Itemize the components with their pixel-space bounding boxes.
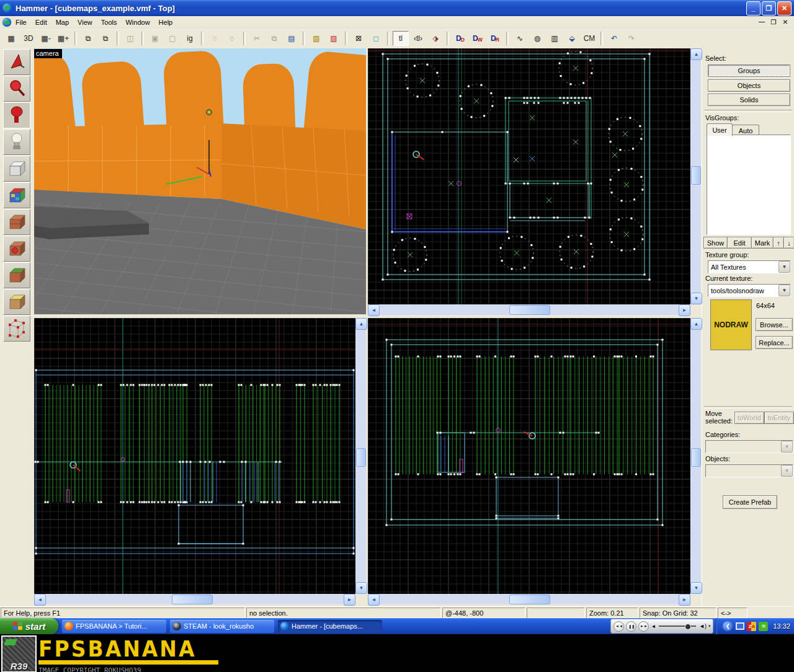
grid-larger-icon[interactable]: ▦+ bbox=[55, 31, 71, 46]
network-monitor-icon[interactable]: ) bbox=[735, 622, 744, 631]
visgroups-list[interactable] bbox=[707, 135, 791, 235]
current-texture-combo[interactable]: tools/toolsnodraw ▼ bbox=[708, 284, 791, 297]
taskbar-task-steam[interactable]: STEAM - look_rokusho bbox=[170, 620, 274, 633]
browse-button[interactable]: Browse... bbox=[756, 318, 793, 331]
hide-icons-chevron[interactable]: ❮ bbox=[723, 621, 733, 631]
toolbar-collapse-button[interactable]: ▾ bbox=[708, 624, 711, 629]
start-button[interactable]: start bbox=[0, 618, 58, 634]
select-enclosed-icon[interactable]: ◌ bbox=[224, 31, 240, 46]
scrollbar-thumb[interactable] bbox=[509, 595, 550, 604]
vertical-scrollbar[interactable]: ▲▼ bbox=[355, 318, 366, 594]
zonealarm-icon[interactable]: ZA bbox=[747, 622, 756, 631]
vertical-scrollbar[interactable]: ▲▼ bbox=[690, 48, 701, 304]
viewport-2d-side[interactable] bbox=[368, 318, 690, 594]
vertex-tool[interactable] bbox=[3, 316, 30, 342]
cordon-edit-icon[interactable]: ▨ bbox=[308, 31, 324, 46]
horizontal-scrollbar[interactable]: ◄► bbox=[368, 304, 690, 315]
cordon-toggle-icon[interactable]: ▨ bbox=[326, 31, 342, 46]
select-touching-icon[interactable]: ◌ bbox=[207, 31, 223, 46]
group-icon[interactable]: ▣ bbox=[147, 31, 163, 46]
mdi-minimize-button[interactable]: — bbox=[757, 18, 767, 27]
apply-current-texture-tool[interactable] bbox=[3, 209, 30, 235]
chevron-down-icon[interactable]: ▼ bbox=[778, 285, 790, 296]
entity-tool[interactable] bbox=[3, 129, 30, 155]
scrollbar-thumb[interactable] bbox=[172, 595, 213, 604]
create-prefab-button[interactable]: Create Prefab bbox=[723, 495, 777, 509]
flip-objects-icon[interactable]: ⬗ bbox=[427, 31, 444, 46]
visgroup-show-button[interactable]: Show bbox=[703, 237, 728, 249]
cordon-cm-button[interactable]: CM bbox=[581, 31, 597, 46]
selection-tool[interactable] bbox=[3, 49, 30, 75]
sound-browser-icon[interactable]: ∿ bbox=[512, 31, 528, 46]
visgroup-edit-button[interactable]: Edit bbox=[727, 237, 752, 249]
texture-application-tool[interactable] bbox=[3, 182, 30, 208]
scrollbar-thumb[interactable] bbox=[509, 305, 550, 315]
scroll-up-button[interactable]: ▲ bbox=[690, 48, 702, 60]
menu-tools[interactable]: Tools bbox=[97, 17, 122, 27]
next-track-button[interactable]: ►► bbox=[638, 621, 649, 632]
menu-help[interactable]: Help bbox=[154, 17, 177, 27]
ungroup-icon[interactable]: ▢ bbox=[164, 31, 181, 46]
visgroup-mark-button[interactable]: Mark bbox=[751, 237, 774, 249]
texture-browser-icon[interactable]: ▥ bbox=[546, 31, 563, 46]
scrollbar-thumb[interactable] bbox=[356, 448, 366, 467]
horizontal-scrollbar[interactable]: ◄► bbox=[368, 594, 690, 604]
viewport-2d-top[interactable] bbox=[368, 48, 690, 304]
copy-icon[interactable]: ⧉ bbox=[266, 31, 282, 46]
to-world-button[interactable]: toWorld bbox=[734, 412, 764, 424]
chevron-down-icon[interactable]: ▼ bbox=[778, 261, 790, 273]
model-fade-preview-icon[interactable]: ⬙ bbox=[564, 31, 580, 46]
scroll-down-button[interactable]: ▼ bbox=[690, 293, 702, 304]
overlay-tool[interactable] bbox=[3, 262, 30, 288]
vertical-scrollbar[interactable]: ▲▼ bbox=[690, 318, 701, 594]
cut-icon[interactable]: ✂ bbox=[249, 31, 265, 46]
apply-decals-tool[interactable] bbox=[3, 236, 30, 262]
horizontal-scrollbar[interactable]: ◄► bbox=[34, 594, 355, 604]
scroll-down-button[interactable]: ▼ bbox=[690, 582, 702, 594]
snap-grid-toggle-icon[interactable]: ▦ bbox=[3, 31, 19, 46]
disp-mask-dd-button[interactable]: DD bbox=[452, 31, 468, 46]
camera-tool[interactable] bbox=[3, 102, 30, 128]
save-window-state-icon[interactable]: ⧉ bbox=[97, 31, 114, 46]
pause-button[interactable]: ❚❚ bbox=[626, 621, 636, 632]
menu-file[interactable]: File bbox=[11, 17, 31, 27]
taskbar-task-firefox[interactable]: FPSBANANA > Tutori... bbox=[62, 620, 166, 633]
objects-combo[interactable]: ▼ bbox=[705, 464, 793, 477]
visgroup-down-button[interactable]: ↓ bbox=[783, 237, 794, 249]
selection-box-icon[interactable]: ⊠ bbox=[350, 31, 367, 46]
minimize-button[interactable]: _ bbox=[746, 1, 761, 15]
mdi-restore-button[interactable]: ❐ bbox=[769, 18, 778, 27]
wireless-signal-icon[interactable]: ≋ bbox=[759, 622, 768, 631]
select-objects-button[interactable]: Objects bbox=[708, 79, 790, 92]
scroll-left-button[interactable]: ◄ bbox=[34, 594, 46, 606]
categories-combo[interactable]: ▼ bbox=[705, 440, 793, 453]
disp-mask-dr-button[interactable]: DR bbox=[487, 31, 503, 46]
scrollbar-thumb[interactable] bbox=[691, 448, 701, 467]
undo-icon[interactable]: ↶ bbox=[606, 31, 622, 46]
texture-group-combo[interactable]: All Textures ▼ bbox=[708, 260, 791, 273]
redo-icon[interactable]: ↷ bbox=[623, 31, 640, 46]
grid-smaller-icon[interactable]: ▦- bbox=[38, 31, 54, 46]
viewport-3d-camera[interactable] bbox=[34, 48, 366, 314]
mute-speaker-icon[interactable]: ◄ bbox=[651, 624, 656, 629]
select-magnify-icon[interactable]: ◻ bbox=[368, 31, 384, 46]
menu-map[interactable]: Map bbox=[51, 17, 73, 27]
menu-view[interactable]: View bbox=[73, 17, 97, 27]
replace-button[interactable]: Replace... bbox=[756, 336, 793, 349]
viewport-2d-front[interactable] bbox=[34, 318, 355, 594]
to-entity-button[interactable]: toEntity bbox=[764, 412, 794, 424]
magnify-tool[interactable] bbox=[3, 76, 30, 102]
volume-knob[interactable] bbox=[685, 624, 691, 630]
volume-slider[interactable] bbox=[659, 626, 696, 627]
load-window-state-icon[interactable]: ⧉ bbox=[80, 31, 96, 46]
scroll-right-button[interactable]: ► bbox=[679, 594, 690, 606]
scroll-right-button[interactable]: ► bbox=[679, 304, 690, 316]
menu-window[interactable]: Window bbox=[121, 17, 154, 27]
select-groups-button[interactable]: Groups bbox=[708, 64, 790, 77]
scroll-down-button[interactable]: ▼ bbox=[355, 582, 367, 594]
scroll-up-button[interactable]: ▲ bbox=[690, 318, 702, 330]
scroll-left-button[interactable]: ◄ bbox=[368, 304, 380, 316]
texture-scale-lock-icon[interactable]: ‹tl› bbox=[410, 31, 426, 46]
paste-icon[interactable]: ▤ bbox=[283, 31, 300, 46]
texture-lock-button[interactable]: tl bbox=[393, 31, 409, 46]
